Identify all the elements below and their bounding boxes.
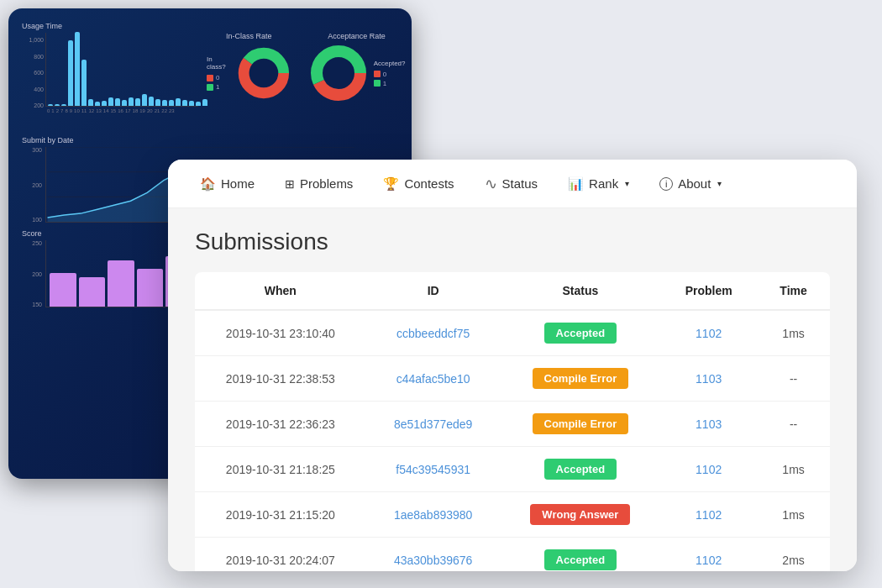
about-icon: i xyxy=(659,177,673,191)
rank-dropdown-icon: ▾ xyxy=(625,179,629,188)
col-when: When xyxy=(195,272,366,310)
svg-point-2 xyxy=(249,60,277,87)
table-row: 2019-10-31 21:15:20 1ae8ab893980 Wrong A… xyxy=(195,492,830,538)
cell-id[interactable]: c44afac5be10 xyxy=(366,356,501,402)
cell-problem[interactable]: 1102 xyxy=(660,447,757,492)
submissions-content: Submissions When ID Status Problem Time … xyxy=(168,208,857,571)
cell-when: 2019-10-31 22:36:23 xyxy=(195,402,366,447)
cell-when: 2019-10-31 23:10:40 xyxy=(195,310,366,356)
cell-problem[interactable]: 1102 xyxy=(660,492,757,538)
navigation: 🏠 Home ⊞ Problems 🏆 Contests ∿ Status 📊 … xyxy=(168,160,857,208)
cell-problem[interactable]: 1103 xyxy=(660,356,757,402)
svg-point-5 xyxy=(323,58,354,88)
in-class-rate-chart: In-Class Rate In class? 0 1 xyxy=(207,32,291,129)
table-row: 2019-10-31 22:36:23 8e51d377ede9 Compile… xyxy=(195,402,830,447)
cell-status: Accepted xyxy=(501,447,661,492)
nav-rank[interactable]: 📊 Rank ▾ xyxy=(556,170,641,198)
col-problem: Problem xyxy=(660,272,757,310)
table-row: 2019-10-31 21:18:25 f54c39545931 Accepte… xyxy=(195,447,830,492)
in-class-legend-title: In class? xyxy=(207,55,231,71)
cell-id[interactable]: ccbbeeddcf75 xyxy=(366,310,501,356)
submit-by-date-title: Submit by Date xyxy=(22,136,398,144)
nav-contests[interactable]: 🏆 Contests xyxy=(371,170,465,198)
cell-time: 1ms xyxy=(757,492,830,538)
cell-id[interactable]: 43a30bb39676 xyxy=(366,538,501,572)
table-row: 2019-10-31 23:10:40 ccbbeeddcf75 Accepte… xyxy=(195,310,830,356)
submissions-card: 🏠 Home ⊞ Problems 🏆 Contests ∿ Status 📊 … xyxy=(168,160,857,571)
usage-time-title: Usage Time xyxy=(22,22,198,30)
table-row: 2019-10-31 20:24:07 43a30bb39676 Accepte… xyxy=(195,538,830,572)
donut-charts-area: In-Class Rate In class? 0 1 Accep xyxy=(207,22,406,129)
status-icon: ∿ xyxy=(485,175,497,193)
cell-status: Compile Error xyxy=(501,356,661,402)
acceptance-rate-chart: Acceptance Rate Accepted? 0 1 xyxy=(308,32,406,129)
cell-time: -- xyxy=(757,356,830,402)
cell-time: 1ms xyxy=(757,447,830,492)
cell-problem[interactable]: 1102 xyxy=(660,310,757,356)
home-icon: 🏠 xyxy=(200,176,216,192)
cell-when: 2019-10-31 21:18:25 xyxy=(195,447,366,492)
cell-id[interactable]: f54c39545931 xyxy=(366,447,501,492)
cell-time: 2ms xyxy=(757,538,830,572)
cell-time: 1ms xyxy=(757,310,830,356)
cell-status: Wrong Answer xyxy=(501,492,661,538)
rank-icon: 📊 xyxy=(568,176,584,192)
nav-home[interactable]: 🏠 Home xyxy=(188,170,266,198)
table-row: 2019-10-31 22:38:53 c44afac5be10 Compile… xyxy=(195,356,830,402)
about-dropdown-icon: ▾ xyxy=(717,179,722,188)
cell-problem[interactable]: 1102 xyxy=(660,538,757,572)
cell-problem[interactable]: 1103 xyxy=(660,402,757,447)
acceptance-title: Acceptance Rate xyxy=(328,32,386,40)
acceptance-donut xyxy=(308,43,369,103)
cell-status: Accepted xyxy=(501,538,661,572)
nav-problems[interactable]: ⊞ Problems xyxy=(273,170,365,197)
cell-status: Accepted xyxy=(501,310,661,356)
nav-home-label: Home xyxy=(221,176,255,191)
submissions-table-wrapper: When ID Status Problem Time 2019-10-31 2… xyxy=(195,272,830,571)
cell-status: Compile Error xyxy=(501,402,661,447)
cell-id[interactable]: 8e51d377ede9 xyxy=(366,402,501,447)
accepted-legend-title: Accepted? xyxy=(374,60,406,67)
nav-status[interactable]: ∿ Status xyxy=(473,168,550,200)
cell-when: 2019-10-31 22:38:53 xyxy=(195,356,366,402)
col-status: Status xyxy=(501,272,661,310)
nav-contests-label: Contests xyxy=(404,176,454,191)
col-id: ID xyxy=(366,272,501,310)
usage-time-chart: Usage Time 1,000800600400200 xyxy=(22,22,198,129)
table-header-row: When ID Status Problem Time xyxy=(195,272,830,310)
col-time: Time xyxy=(757,272,830,310)
nav-about[interactable]: i About ▾ xyxy=(648,170,733,197)
in-class-title: In-Class Rate xyxy=(226,32,272,40)
problems-icon: ⊞ xyxy=(285,177,295,191)
page-title: Submissions xyxy=(195,228,830,255)
cell-time: -- xyxy=(757,402,830,447)
submissions-table: When ID Status Problem Time 2019-10-31 2… xyxy=(195,272,830,571)
nav-rank-label: Rank xyxy=(589,176,618,191)
nav-problems-label: Problems xyxy=(300,176,353,191)
nav-status-label: Status xyxy=(502,176,538,191)
cell-id[interactable]: 1ae8ab893980 xyxy=(366,492,501,538)
contests-icon: 🏆 xyxy=(383,176,399,192)
in-class-donut xyxy=(236,43,291,103)
cell-when: 2019-10-31 20:24:07 xyxy=(195,538,366,572)
cell-when: 2019-10-31 21:15:20 xyxy=(195,492,366,538)
nav-about-label: About xyxy=(678,176,711,191)
